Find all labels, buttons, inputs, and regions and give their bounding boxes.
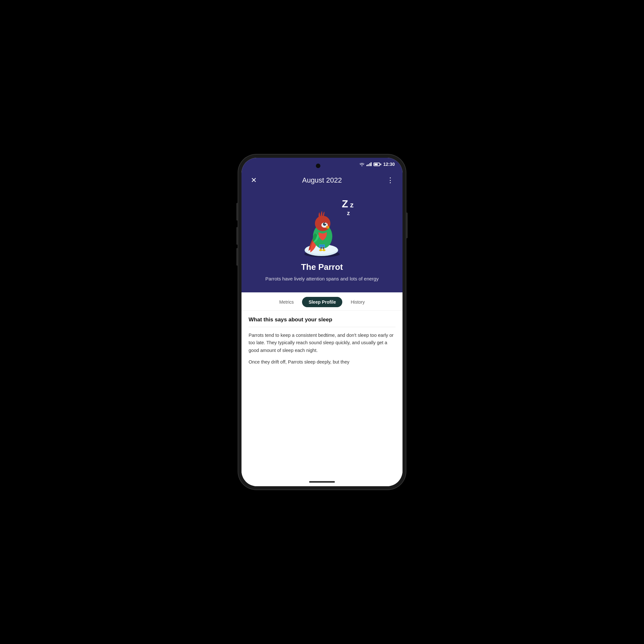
close-button[interactable]: ✕ (248, 175, 260, 186)
zzz-animation: Zz z (342, 198, 354, 217)
tab-history[interactable]: History (344, 297, 371, 307)
status-time: 12:30 (383, 162, 395, 167)
phone-screen: 12:30 ✕ August 2022 ⋮ Zz z (241, 158, 403, 486)
tab-metrics[interactable]: Metrics (273, 297, 300, 307)
app-header: ✕ August 2022 ⋮ (241, 171, 403, 191)
phone-frame: 12:30 ✕ August 2022 ⋮ Zz z (238, 155, 406, 489)
parrot-illustration: Zz z (287, 194, 357, 259)
signal-icon (366, 162, 372, 166)
status-bar: 12:30 (241, 158, 403, 171)
sleep-description-2: Once they drift off, Parrots sleep deepl… (249, 358, 395, 366)
hero-section: Zz z (241, 191, 403, 292)
camera-dot (316, 164, 320, 168)
main-content: What this says about your sleep Parrots … (241, 311, 403, 478)
content-section: Metrics Sleep Profile History What this … (241, 292, 403, 487)
battery-icon (374, 163, 381, 166)
svg-rect-4 (319, 244, 325, 248)
svg-point-8 (319, 249, 322, 251)
home-bar (309, 481, 335, 483)
wifi-icon (359, 162, 365, 166)
parrot-svg (296, 203, 348, 259)
section-title: What this says about your sleep (249, 317, 395, 327)
page-title: August 2022 (302, 176, 342, 185)
tabs-bar: Metrics Sleep Profile History (241, 292, 403, 311)
home-indicator (241, 477, 403, 486)
sleep-description-1: Parrots tend to keep a consistent bedtim… (249, 332, 395, 355)
tab-sleep-profile[interactable]: Sleep Profile (302, 297, 342, 307)
svg-point-13 (323, 223, 326, 226)
menu-button[interactable]: ⋮ (384, 175, 396, 186)
svg-rect-5 (320, 245, 324, 246)
svg-point-9 (322, 249, 326, 251)
animal-description: Parrots have lively attention spans and … (262, 275, 382, 283)
svg-point-14 (325, 223, 326, 224)
animal-name: The Parrot (301, 262, 343, 272)
